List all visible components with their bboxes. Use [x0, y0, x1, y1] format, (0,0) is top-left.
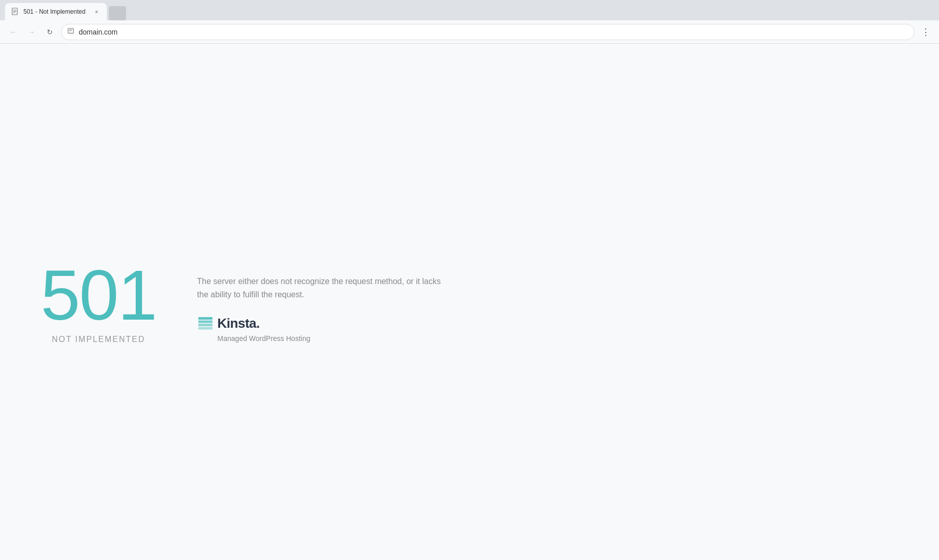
tab-favicon-icon [11, 8, 19, 16]
error-label: NOT IMPLEMENTED [52, 335, 145, 344]
svg-rect-7 [198, 317, 213, 320]
error-container: 501 NOT IMPLEMENTED The server either do… [41, 260, 451, 344]
reload-icon: ↻ [47, 28, 53, 36]
address-bar[interactable]: domain.com [61, 24, 915, 40]
chrome-menu-button[interactable]: ⋮ [919, 25, 933, 39]
forward-button[interactable]: → [24, 25, 39, 39]
error-description: The server either does not recognize the… [197, 275, 451, 301]
new-tab-placeholder [109, 6, 126, 20]
error-details: The server either does not recognize the… [197, 260, 451, 343]
brand-section: Kinsta. Managed WordPress Hosting [197, 315, 451, 343]
back-icon: ← [10, 28, 17, 36]
svg-rect-8 [198, 321, 213, 323]
chrome-menu-icon: ⋮ [921, 26, 930, 38]
toolbar: ← → ↻ domain.com ⋮ [0, 20, 939, 44]
tab-bar: 501 - Not Implemented × [0, 0, 939, 20]
error-code-section: 501 NOT IMPLEMENTED [41, 260, 157, 344]
tab-close-button[interactable]: × [93, 8, 101, 16]
address-text: domain.com [79, 28, 908, 36]
chrome-window: 501 - Not Implemented × ← → ↻ domain.com [0, 0, 939, 560]
address-favicon-icon [68, 27, 75, 36]
brand-tagline: Managed WordPress Hosting [218, 334, 451, 343]
svg-rect-10 [198, 327, 213, 330]
reload-button[interactable]: ↻ [43, 25, 57, 39]
page-content: 501 NOT IMPLEMENTED The server either do… [0, 44, 939, 560]
active-tab[interactable]: 501 - Not Implemented × [5, 3, 107, 20]
kinsta-logo-icon [197, 315, 214, 331]
brand-logo: Kinsta. [197, 315, 451, 331]
error-code: 501 [41, 260, 157, 331]
svg-rect-9 [198, 324, 213, 326]
tab-title: 501 - Not Implemented [23, 8, 88, 15]
brand-name: Kinsta. [218, 316, 260, 331]
back-button[interactable]: ← [6, 25, 20, 39]
forward-icon: → [28, 28, 35, 36]
